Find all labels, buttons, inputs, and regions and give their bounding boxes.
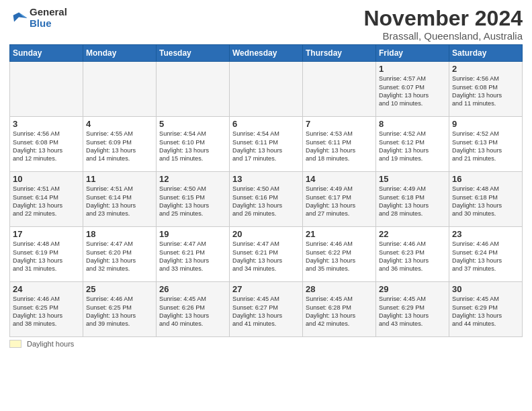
day-info: Sunrise: 4:46 AM Sunset: 6:25 PM Dayligh… xyxy=(13,295,80,328)
calendar-week-row: 17Sunrise: 4:48 AM Sunset: 6:19 PM Dayli… xyxy=(10,227,523,282)
calendar-cell: 6Sunrise: 4:54 AM Sunset: 6:11 PM Daylig… xyxy=(230,117,303,172)
day-number: 28 xyxy=(306,284,373,294)
day-number: 8 xyxy=(379,119,446,129)
day-number: 10 xyxy=(13,174,80,184)
logo: General Blue xyxy=(9,7,67,29)
day-info: Sunrise: 4:55 AM Sunset: 6:09 PM Dayligh… xyxy=(86,130,153,163)
day-number: 29 xyxy=(379,284,446,294)
day-info: Sunrise: 4:45 AM Sunset: 6:28 PM Dayligh… xyxy=(306,295,373,328)
calendar-cell: 17Sunrise: 4:48 AM Sunset: 6:19 PM Dayli… xyxy=(10,227,83,282)
day-info: Sunrise: 4:47 AM Sunset: 6:20 PM Dayligh… xyxy=(86,240,153,273)
day-info: Sunrise: 4:52 AM Sunset: 6:13 PM Dayligh… xyxy=(452,130,519,163)
header: General Blue November 2024 Brassall, Que… xyxy=(9,7,523,42)
calendar-cell: 30Sunrise: 4:45 AM Sunset: 6:29 PM Dayli… xyxy=(449,282,523,337)
day-number: 12 xyxy=(159,174,226,184)
calendar-week-row: 10Sunrise: 4:51 AM Sunset: 6:14 PM Dayli… xyxy=(10,172,523,227)
day-number: 16 xyxy=(452,174,519,184)
day-info: Sunrise: 4:52 AM Sunset: 6:12 PM Dayligh… xyxy=(379,130,446,163)
day-number: 23 xyxy=(452,229,519,239)
calendar-cell: 27Sunrise: 4:45 AM Sunset: 6:27 PM Dayli… xyxy=(230,282,303,337)
calendar-week-row: 3Sunrise: 4:56 AM Sunset: 6:08 PM Daylig… xyxy=(10,117,523,172)
day-number: 15 xyxy=(379,174,446,184)
calendar-cell xyxy=(83,62,157,117)
calendar-cell xyxy=(230,62,303,117)
calendar-cell: 4Sunrise: 4:55 AM Sunset: 6:09 PM Daylig… xyxy=(83,117,157,172)
day-info: Sunrise: 4:45 AM Sunset: 6:29 PM Dayligh… xyxy=(379,295,446,328)
calendar-cell: 15Sunrise: 4:49 AM Sunset: 6:18 PM Dayli… xyxy=(376,172,449,227)
logo-bird-icon xyxy=(9,9,28,28)
day-number: 21 xyxy=(306,229,373,239)
calendar-cell xyxy=(157,62,230,117)
calendar-cell: 9Sunrise: 4:52 AM Sunset: 6:13 PM Daylig… xyxy=(449,117,523,172)
day-header-saturday: Saturday xyxy=(449,45,523,62)
day-header-tuesday: Tuesday xyxy=(157,45,230,62)
day-header-thursday: Thursday xyxy=(303,45,376,62)
day-number: 27 xyxy=(232,284,300,294)
day-number: 17 xyxy=(13,229,80,239)
calendar-header-row: SundayMondayTuesdayWednesdayThursdayFrid… xyxy=(10,45,523,62)
day-info: Sunrise: 4:56 AM Sunset: 6:08 PM Dayligh… xyxy=(452,75,519,108)
calendar-cell: 25Sunrise: 4:46 AM Sunset: 6:25 PM Dayli… xyxy=(83,282,157,337)
calendar-cell: 28Sunrise: 4:45 AM Sunset: 6:28 PM Dayli… xyxy=(303,282,376,337)
day-number: 20 xyxy=(232,229,300,239)
calendar-cell: 12Sunrise: 4:50 AM Sunset: 6:15 PM Dayli… xyxy=(157,172,230,227)
day-number: 9 xyxy=(452,119,519,129)
calendar-cell xyxy=(10,62,83,117)
legend-row: Daylight hours xyxy=(9,340,523,348)
day-info: Sunrise: 4:51 AM Sunset: 6:14 PM Dayligh… xyxy=(86,185,153,218)
title-block: November 2024 Brassall, Queensland, Aust… xyxy=(363,7,523,42)
day-number: 5 xyxy=(159,119,226,129)
calendar-cell: 23Sunrise: 4:46 AM Sunset: 6:24 PM Dayli… xyxy=(449,227,523,282)
calendar-cell: 14Sunrise: 4:49 AM Sunset: 6:17 PM Dayli… xyxy=(303,172,376,227)
day-info: Sunrise: 4:46 AM Sunset: 6:23 PM Dayligh… xyxy=(379,240,446,273)
day-info: Sunrise: 4:45 AM Sunset: 6:26 PM Dayligh… xyxy=(159,295,226,328)
day-number: 11 xyxy=(86,174,153,184)
calendar-cell: 13Sunrise: 4:50 AM Sunset: 6:16 PM Dayli… xyxy=(230,172,303,227)
calendar-cell: 7Sunrise: 4:53 AM Sunset: 6:11 PM Daylig… xyxy=(303,117,376,172)
calendar-cell: 8Sunrise: 4:52 AM Sunset: 6:12 PM Daylig… xyxy=(376,117,449,172)
main-container: General Blue November 2024 Brassall, Que… xyxy=(0,0,532,353)
day-number: 1 xyxy=(379,64,446,74)
day-number: 13 xyxy=(232,174,300,184)
day-info: Sunrise: 4:47 AM Sunset: 6:21 PM Dayligh… xyxy=(232,240,300,273)
logo-general-text: General xyxy=(30,7,67,18)
calendar-cell: 22Sunrise: 4:46 AM Sunset: 6:23 PM Dayli… xyxy=(376,227,449,282)
day-number: 3 xyxy=(13,119,80,129)
legend-label: Daylight hours xyxy=(27,340,74,348)
day-info: Sunrise: 4:56 AM Sunset: 6:08 PM Dayligh… xyxy=(13,130,80,163)
day-number: 25 xyxy=(86,284,153,294)
day-number: 7 xyxy=(306,119,373,129)
day-info: Sunrise: 4:48 AM Sunset: 6:19 PM Dayligh… xyxy=(13,240,80,273)
day-info: Sunrise: 4:50 AM Sunset: 6:15 PM Dayligh… xyxy=(159,185,226,218)
calendar-week-row: 24Sunrise: 4:46 AM Sunset: 6:25 PM Dayli… xyxy=(10,282,523,337)
day-number: 30 xyxy=(452,284,519,294)
calendar-cell: 5Sunrise: 4:54 AM Sunset: 6:10 PM Daylig… xyxy=(157,117,230,172)
calendar-cell: 3Sunrise: 4:56 AM Sunset: 6:08 PM Daylig… xyxy=(10,117,83,172)
day-number: 2 xyxy=(452,64,519,74)
calendar-cell xyxy=(303,62,376,117)
calendar-cell: 16Sunrise: 4:48 AM Sunset: 6:18 PM Dayli… xyxy=(449,172,523,227)
calendar-cell: 11Sunrise: 4:51 AM Sunset: 6:14 PM Dayli… xyxy=(83,172,157,227)
calendar-cell: 26Sunrise: 4:45 AM Sunset: 6:26 PM Dayli… xyxy=(157,282,230,337)
day-info: Sunrise: 4:54 AM Sunset: 6:11 PM Dayligh… xyxy=(232,130,300,163)
calendar-cell: 21Sunrise: 4:46 AM Sunset: 6:22 PM Dayli… xyxy=(303,227,376,282)
calendar-cell: 24Sunrise: 4:46 AM Sunset: 6:25 PM Dayli… xyxy=(10,282,83,337)
calendar-cell: 20Sunrise: 4:47 AM Sunset: 6:21 PM Dayli… xyxy=(230,227,303,282)
day-number: 26 xyxy=(159,284,226,294)
day-number: 4 xyxy=(86,119,153,129)
day-number: 18 xyxy=(86,229,153,239)
day-info: Sunrise: 4:51 AM Sunset: 6:14 PM Dayligh… xyxy=(13,185,80,218)
day-info: Sunrise: 4:53 AM Sunset: 6:11 PM Dayligh… xyxy=(306,130,373,163)
calendar-cell: 29Sunrise: 4:45 AM Sunset: 6:29 PM Dayli… xyxy=(376,282,449,337)
logo-text: General Blue xyxy=(30,7,67,29)
calendar-cell: 10Sunrise: 4:51 AM Sunset: 6:14 PM Dayli… xyxy=(10,172,83,227)
day-number: 19 xyxy=(159,229,226,239)
calendar-cell: 1Sunrise: 4:57 AM Sunset: 6:07 PM Daylig… xyxy=(376,62,449,117)
logo-blue-text: Blue xyxy=(30,18,67,30)
day-info: Sunrise: 4:57 AM Sunset: 6:07 PM Dayligh… xyxy=(379,75,446,108)
month-title: November 2024 xyxy=(363,7,523,30)
legend-box-icon xyxy=(9,340,21,348)
calendar-cell: 2Sunrise: 4:56 AM Sunset: 6:08 PM Daylig… xyxy=(449,62,523,117)
day-info: Sunrise: 4:46 AM Sunset: 6:22 PM Dayligh… xyxy=(306,240,373,273)
day-number: 14 xyxy=(306,174,373,184)
